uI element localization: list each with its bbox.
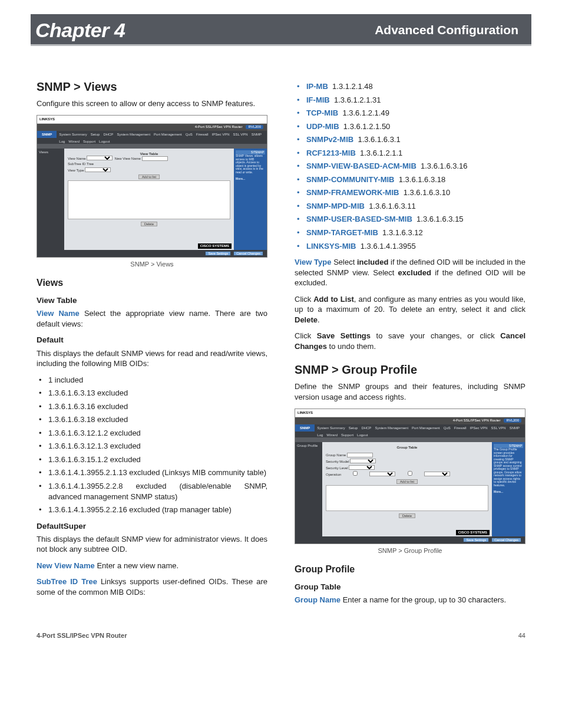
para-add-to-list: Click Add to List, and configure as many…	[295, 294, 525, 325]
btn-save-settings[interactable]: Save Settings	[463, 538, 489, 542]
term-group-name: Group Name	[295, 595, 340, 604]
para-save-settings: Click Save Settings to save your changes…	[295, 331, 525, 351]
page-header: Chapter 4 Advanced Configuration	[31, 14, 531, 46]
label-view-name: View Name	[68, 157, 86, 160]
logo-text: LINKSYS	[297, 411, 313, 415]
model-badge: RVL200	[246, 125, 263, 129]
label-group-name: Group Name	[326, 453, 346, 457]
btn-add-to-list[interactable]: Add to list	[138, 174, 160, 179]
chapter-title: Chapter 4	[35, 17, 125, 44]
list-item: SNMP-VIEW-BASED-ACM-MIB 1.3.6.1.6.3.16	[295, 161, 525, 172]
list-item: SNMP-FRAMEWORK-MIB 1.3.6.1.6.3.10	[295, 187, 525, 198]
right-column: IP-MB 1.3.1.2.1.48 IF-MIB 1.3.6.1.2.1.31…	[295, 79, 525, 611]
term-view-name: View Name	[37, 309, 80, 318]
select-view-type[interactable]	[85, 167, 111, 172]
snmp-views-intro: Configure this screen to allow or deny a…	[37, 98, 267, 109]
group-list-box[interactable]	[326, 485, 488, 511]
figure-snmp-group: LINKSYS 4-Port SSL/IPSec VPN RouterRVL20…	[295, 409, 525, 555]
cisco-logo: CISCO SYSTEMS	[198, 243, 232, 249]
chk-write[interactable]	[397, 471, 423, 476]
figure-snmp-views: LINKSYS 4-Port SSL/IPSec VPN RouterRVL20…	[37, 115, 267, 269]
label-subtree: SubTree ID Tree	[68, 162, 94, 166]
input-new-view[interactable]	[142, 156, 168, 161]
section-title: Advanced Configuration	[375, 22, 518, 38]
para-default: This displays the default SNMP views for…	[37, 348, 267, 369]
oid-list-box[interactable]	[68, 180, 230, 219]
sitemap-link[interactable]: SITEMAP	[494, 444, 523, 449]
input-group-name[interactable]	[347, 453, 373, 457]
chk-read[interactable]	[342, 471, 368, 476]
list-item: 1.3.6.1.6.3.15.1.2 excluded	[37, 454, 267, 465]
sitemap-link[interactable]: SITEMAP	[236, 150, 265, 155]
list-item: SNMP-MPD-MIB 1.3.6.1.6.3.11	[295, 201, 525, 212]
nav-menu[interactable]: System SummarySetupDHCP System Managemen…	[317, 424, 525, 437]
btn-add-to-list[interactable]: Add to list	[396, 479, 418, 484]
shot-title: 4-Port SSL/IPSec VPN Router	[195, 125, 243, 129]
nav-tab-snmp[interactable]: SNMP	[37, 131, 57, 139]
heading-snmp-views: SNMP > Views	[37, 79, 267, 95]
term-subtree: SubTree ID Tree	[37, 577, 97, 586]
term-new-view-name: New View Name	[37, 561, 95, 570]
para-view-type: View Type Select included if the defined…	[295, 257, 525, 288]
heading-view-table: View Table	[37, 295, 267, 306]
para-group-name: Group Name Enter a name for the group, u…	[295, 595, 525, 605]
group-table-title: Group Table	[326, 446, 488, 450]
side-label-group: Group Profile	[297, 444, 318, 447]
label-sec-level: Security Level	[326, 466, 348, 470]
heading-defaultsuper: DefaultSuper	[37, 521, 267, 532]
page-footer: 4-Port SSL/IPSec VPN Router 44	[37, 631, 525, 640]
logo-text: LINKSYS	[39, 117, 55, 121]
heading-default: Default	[37, 335, 267, 345]
nav-tab-snmp[interactable]: SNMP	[295, 424, 315, 432]
select-read[interactable]	[369, 472, 395, 476]
nav-menu[interactable]: System SummarySetupDHCP System Managemen…	[59, 131, 267, 144]
btn-delete[interactable]: Delete	[399, 513, 415, 518]
heading-views: Views	[37, 276, 267, 289]
list-item: UDP-MIB 1.3.6.1.2.1.50	[295, 121, 525, 132]
para-view-name: View Name Select the appropriate view na…	[37, 308, 267, 329]
para-subtree: SubTree ID Tree Linksys supports user-de…	[37, 577, 267, 597]
select-write[interactable]	[424, 472, 450, 476]
heading-group-table: Group Table	[295, 582, 525, 592]
model-badge: RVL200	[504, 419, 521, 423]
btn-cancel-changes[interactable]: Cancel Changes	[491, 538, 521, 542]
term-view-type: View Type	[295, 258, 331, 266]
side-label-views: Views	[39, 150, 48, 154]
shot-title: 4-Port SSL/IPSec VPN Router	[453, 419, 501, 423]
list-item: 1.3.6.1.4.1.3955.2.1.13 excluded (Linksy…	[37, 467, 267, 478]
list-item: LINKSYS-MIB 1.3.6.1.4.1.3955	[295, 241, 525, 252]
mibs-list: IP-MB 1.3.1.2.1.48 IF-MIB 1.3.6.1.2.1.31…	[295, 81, 525, 251]
figure-caption-2: SNMP > Group Profile	[295, 546, 525, 555]
screenshot-snmp-views: LINKSYS 4-Port SSL/IPSec VPN RouterRVL20…	[37, 115, 267, 258]
footer-page-number: 44	[518, 631, 525, 640]
list-item: SNMP-COMMUNITY-MIB 1.3.6.1.6.3.18	[295, 174, 525, 185]
select-sec-model[interactable]	[350, 459, 376, 463]
label-sec-model: Security Model	[326, 460, 349, 463]
list-item: 1.3.6.1.6.3.16 excluded	[37, 401, 267, 412]
list-item: 1.3.6.1.6.3.12.1.3 excluded	[37, 441, 267, 452]
para-new-view-name: New View Name Enter a new view name.	[37, 561, 267, 571]
btn-cancel-changes[interactable]: Cancel Changes	[233, 251, 263, 256]
figure-caption-1: SNMP > Views	[37, 260, 267, 269]
list-item: 1.3.6.1.6.3.18 excluded	[37, 414, 267, 425]
left-column: SNMP > Views Configure this screen to al…	[37, 79, 267, 611]
default-oids-list: 1 included 1.3.6.1.6.3.13 excluded 1.3.6…	[37, 375, 267, 515]
select-sec-level[interactable]	[349, 465, 375, 470]
btn-save-settings[interactable]: Save Settings	[205, 251, 231, 256]
para-group-intro: Define the SNMP groups and their feature…	[295, 381, 525, 402]
heading-group-profile: Group Profile	[295, 563, 525, 576]
list-item: 1.3.6.1.4.1.3955.2.2.16 excluded (trap m…	[37, 505, 267, 515]
list-item: TCP-MIB 1.3.6.1.2.1.49	[295, 108, 525, 118]
list-item: 1.3.6.1.6.3.12.1.2 excluded	[37, 428, 267, 439]
label-view-type: View Type	[68, 169, 84, 172]
footer-product: 4-Port SSL/IPSec VPN Router	[37, 631, 127, 640]
select-view-name[interactable]	[87, 156, 113, 160]
btn-delete[interactable]: Delete	[141, 222, 157, 226]
list-item: IP-MB 1.3.1.2.1.48	[295, 81, 525, 92]
list-item: 1.3.6.1.6.3.13 excluded	[37, 388, 267, 398]
view-table-title: View Table	[68, 152, 230, 156]
screenshot-snmp-group: LINKSYS 4-Port SSL/IPSec VPN RouterRVL20…	[295, 409, 525, 544]
label-operation: Operation	[326, 473, 341, 476]
list-item: SNMP-TARGET-MIB 1.3.1.6.3.12	[295, 228, 525, 238]
heading-snmp-group: SNMP > Group Profile	[295, 362, 525, 378]
